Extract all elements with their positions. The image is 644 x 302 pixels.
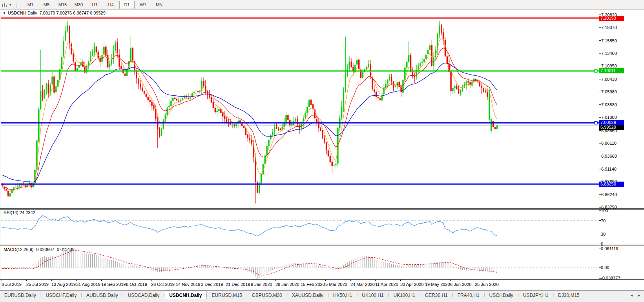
timeframe-button-m30[interactable]: M30 [71,1,86,9]
chart-tab-eurusd-m15[interactable]: EURUSD,M15 [207,291,246,299]
chart-tab-xauusd-daily[interactable]: XAUUSD,Daily [288,291,328,299]
chart-tab-uk100-h1[interactable]: UK100,H1 [389,291,420,299]
chart-tab-usoil-daily[interactable]: USOil,Daily [485,291,518,299]
chart-tab-usdchf-daily[interactable]: USDCHF,Daily [42,291,81,299]
chart-tab-dj30-m15[interactable]: DJ30,M15 [554,291,584,299]
toolbar-grip [16,2,19,8]
chart-title-ohlc: 7.00179 7.00276 6.98747 6.99529 [40,11,106,15]
chart-cursor-icon[interactable] [1,1,8,8]
timeframe-toolbar: ▾ M1M5M15M30H1H4D1W1MN [0,0,644,10]
chart-tab-usdcad-daily[interactable]: USDCAD,Daily [124,291,164,299]
macd-label: MACD(12,26,9) -0.020607 -0.011438 [4,247,75,252]
chart-window[interactable] [1,10,644,290]
timeframe-button-mn[interactable]: MN [151,1,167,9]
chart-collapse-icon[interactable]: ▼ [3,11,6,15]
chart-tab-bar: EURUSD,Daily|USDCHF,Daily|AUDUSD,Daily|U… [0,290,644,299]
chart-tab-fra40-h1[interactable]: FRA40,H1 [453,291,484,299]
chart-title: ▼USDCNH,Daily 7.00179 7.00276 6.98747 6.… [3,11,106,15]
chart-tab-audusd-daily[interactable]: AUDUSD,Daily [82,291,122,299]
status-bar [0,299,644,302]
chart-tab-eurusd-daily[interactable]: EURUSD,Daily [0,291,40,299]
timeframe-button-m1[interactable]: M1 [23,1,38,9]
chart-title-symbol: USDCNH,Daily [8,11,37,15]
chart-tab-uk100-h1[interactable]: UK100,H1 [358,291,388,299]
timeframe-button-w1[interactable]: W1 [135,1,151,9]
timeframe-button-h1[interactable]: H1 [87,1,102,9]
chart-tab-gbpusd-m30[interactable]: GBPUSD,M30 [248,291,286,299]
timeframe-button-h4[interactable]: H4 [103,1,119,9]
chart-tab-ger30-h1[interactable]: GER30,H1 [421,291,452,299]
tab-scroll-right-icon[interactable]: ▸ [638,293,640,297]
chart-tool-dropdown-caret[interactable]: ▾ [8,1,13,8]
timeframe-buttons: M1M5M15M30H1H4D1W1MN [22,1,167,9]
tab-scroll-left-icon[interactable]: ◂ [631,293,633,297]
timeframe-button-m15[interactable]: M15 [55,1,70,9]
timeframe-button-m5[interactable]: M5 [39,1,54,9]
chart-tab-usdcnh-daily[interactable]: USDCNH,Daily [165,291,206,299]
rsi-label: RSI(14) 24.2342 [4,210,35,215]
timeframe-button-d1[interactable]: D1 [119,1,135,9]
chart-tab-usdjpy-h1[interactable]: USDJPY,H1 [519,291,553,299]
chart-tab-hk50-h1[interactable]: HK50,H1 [329,291,357,299]
